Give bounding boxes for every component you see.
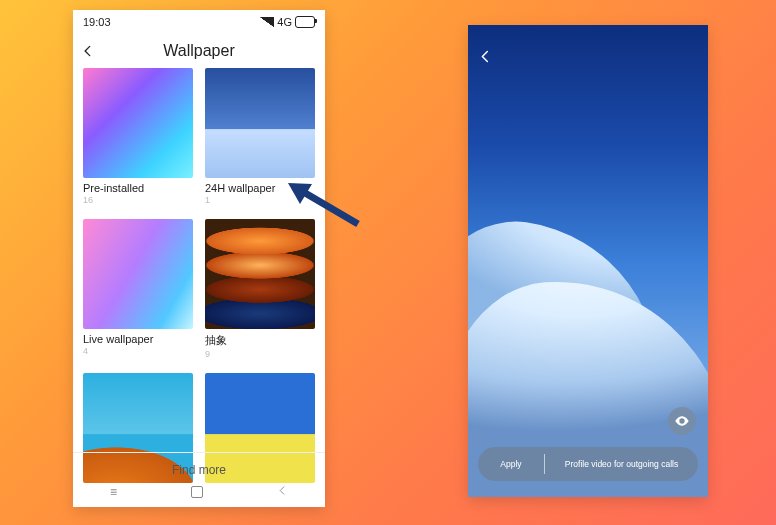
tile-abstract[interactable]: 抽象 9: [205, 219, 315, 359]
wallpaper-gallery-screen: 19:03 4G Wallpaper Pre-installed 16 24H …: [73, 10, 325, 507]
tile-live-wallpaper[interactable]: Live wallpaper 4: [83, 219, 193, 359]
nav-recent-icon[interactable]: ≡: [110, 485, 117, 499]
tile-count: 9: [205, 349, 315, 359]
tile-pre-installed[interactable]: Pre-installed 16: [83, 68, 193, 205]
signal-icon: [260, 17, 274, 27]
annotation-arrow: [286, 180, 366, 230]
wallpaper-preview-image: Apply Profile video for outgoing calls: [468, 25, 708, 497]
apply-button[interactable]: Apply: [478, 459, 544, 469]
tile-label: Pre-installed: [83, 182, 193, 194]
tile-thumb: [83, 219, 193, 329]
status-time: 19:03: [83, 16, 111, 28]
network-label: 4G: [277, 16, 292, 28]
chevron-left-icon: [478, 49, 493, 64]
page-title: Wallpaper: [73, 42, 325, 60]
wallpaper-grid: Pre-installed 16 24H wallpaper 1 Live wa…: [73, 68, 325, 483]
tile-thumb: [205, 68, 315, 178]
tile-thumb: [205, 219, 315, 329]
wallpaper-preview-screen: Apply Profile video for outgoing calls: [468, 25, 708, 497]
android-nav-bar: ≡: [73, 481, 325, 503]
tile-thumb: [83, 68, 193, 178]
back-button[interactable]: [73, 44, 103, 58]
eye-icon: [674, 413, 690, 429]
status-right: 4G: [260, 16, 315, 28]
bottom-action-bar: Apply Profile video for outgoing calls: [478, 447, 698, 481]
tile-label: Live wallpaper: [83, 333, 193, 345]
svg-line-0: [300, 190, 358, 224]
title-bar: Wallpaper: [73, 34, 325, 68]
status-bar: 19:03 4G: [73, 10, 325, 34]
tile-label: 抽象: [205, 333, 315, 348]
nav-home-icon[interactable]: [191, 486, 203, 498]
battery-icon: [295, 16, 315, 28]
tile-count: 4: [83, 346, 193, 356]
chevron-left-icon: [81, 44, 95, 58]
tile-count: 16: [83, 195, 193, 205]
find-more-button[interactable]: Find more: [73, 452, 325, 477]
preview-button[interactable]: [668, 407, 696, 435]
profile-video-button[interactable]: Profile video for outgoing calls: [545, 459, 698, 469]
back-button[interactable]: [478, 49, 493, 68]
nav-back-icon[interactable]: [277, 485, 288, 499]
